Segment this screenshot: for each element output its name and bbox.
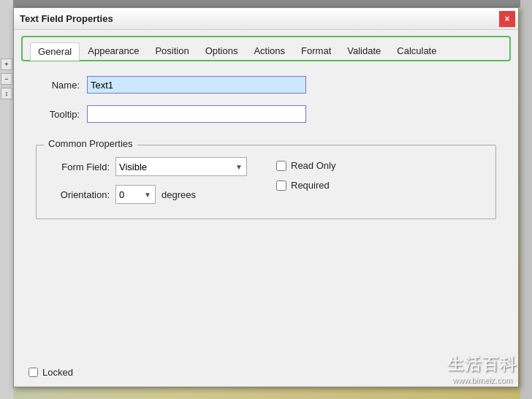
common-properties-group: Common Properties Form Field: Visible Hi… bbox=[36, 145, 496, 219]
required-row[interactable]: Required bbox=[276, 180, 335, 191]
group-right: Read Only Required bbox=[276, 157, 335, 204]
degrees-label: degrees bbox=[162, 189, 196, 200]
tooltip-input[interactable] bbox=[87, 105, 306, 123]
close-button[interactable]: × bbox=[499, 11, 515, 27]
tab-format[interactable]: Format bbox=[293, 42, 339, 60]
orientation-select[interactable]: 0 90 180 270 bbox=[115, 185, 156, 204]
orientation-select-wrapper: 0 90 180 270 bbox=[115, 185, 156, 204]
left-sidebar: + − ↕ bbox=[0, 0, 13, 399]
tab-bar: General Appearance Position Options Acti… bbox=[21, 36, 511, 61]
name-input[interactable] bbox=[87, 76, 306, 94]
tab-content: Name: Tooltip: Common Properties Form Fi… bbox=[14, 61, 518, 361]
tooltip-label: Tooltip: bbox=[28, 109, 80, 120]
locked-row[interactable]: Locked bbox=[28, 367, 73, 378]
tab-actions[interactable]: Actions bbox=[246, 42, 293, 60]
tooltip-row: Tooltip: bbox=[28, 105, 503, 123]
read-only-row[interactable]: Read Only bbox=[276, 160, 335, 171]
required-checkbox[interactable] bbox=[276, 180, 286, 191]
locked-checkbox[interactable] bbox=[28, 368, 38, 377]
orientation-label: Orientation: bbox=[51, 189, 110, 200]
tab-appearance[interactable]: Appearance bbox=[80, 42, 147, 60]
strip-button-2[interactable]: − bbox=[1, 73, 12, 85]
name-row: Name: bbox=[28, 76, 503, 94]
form-field-row: Form Field: Visible Hidden Visible but d… bbox=[51, 157, 247, 176]
right-sidebar bbox=[520, 0, 532, 399]
form-field-select[interactable]: Visible Hidden Visible but doesn't print… bbox=[115, 157, 247, 176]
top-bar bbox=[0, 0, 532, 7]
form-field-select-wrapper: Visible Hidden Visible but doesn't print… bbox=[115, 157, 247, 176]
tab-options[interactable]: Options bbox=[197, 42, 246, 60]
footer: Locked bbox=[14, 361, 518, 387]
group-left: Form Field: Visible Hidden Visible but d… bbox=[51, 157, 247, 204]
read-only-checkbox[interactable] bbox=[276, 161, 286, 171]
orientation-row: Orientation: 0 90 180 270 degrees bbox=[51, 185, 247, 204]
read-only-label: Read Only bbox=[291, 160, 335, 171]
group-legend: Common Properties bbox=[44, 138, 137, 149]
tab-position[interactable]: Position bbox=[147, 42, 197, 60]
strip-button-3[interactable]: ↕ bbox=[1, 88, 12, 99]
dialog-title: Text Field Properties bbox=[20, 13, 113, 24]
group-content: Form Field: Visible Hidden Visible but d… bbox=[51, 157, 481, 204]
tab-validate[interactable]: Validate bbox=[339, 42, 389, 60]
form-field-label: Form Field: bbox=[51, 162, 110, 172]
name-label: Name: bbox=[28, 80, 80, 91]
tab-calculate[interactable]: Calculate bbox=[389, 42, 444, 60]
strip-button-1[interactable]: + bbox=[1, 58, 12, 70]
required-label: Required bbox=[291, 180, 330, 191]
title-bar: Text Field Properties × bbox=[14, 8, 518, 30]
dialog-window: Text Field Properties × General Appearan… bbox=[13, 7, 519, 387]
tab-general[interactable]: General bbox=[30, 42, 80, 61]
locked-label: Locked bbox=[42, 367, 73, 378]
